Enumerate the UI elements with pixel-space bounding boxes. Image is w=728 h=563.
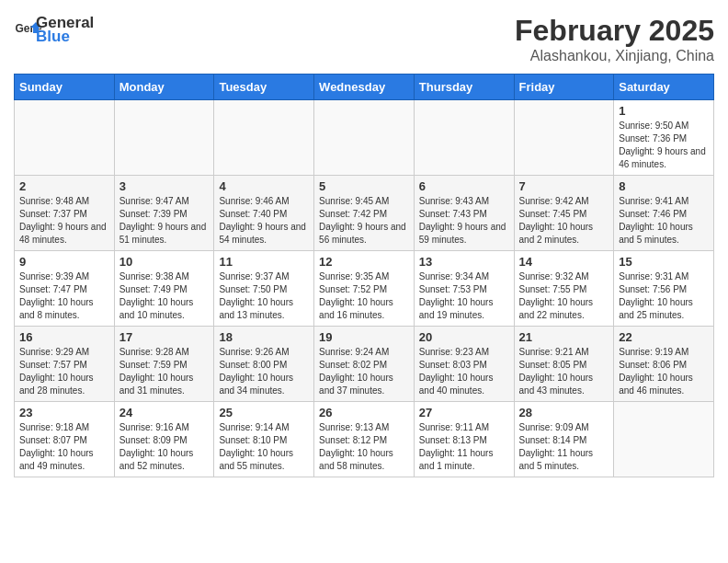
calendar-day: 1Sunrise: 9:50 AM Sunset: 7:36 PM Daylig… xyxy=(614,100,714,176)
calendar-day: 27Sunrise: 9:11 AM Sunset: 8:13 PM Dayli… xyxy=(414,402,514,477)
calendar-day: 17Sunrise: 9:28 AM Sunset: 7:59 PM Dayli… xyxy=(114,327,214,402)
day-info: Sunrise: 9:32 AM Sunset: 7:55 PM Dayligh… xyxy=(519,270,609,322)
weekday-header-wednesday: Wednesday xyxy=(314,75,415,100)
location: Alashankou, Xinjiang, China xyxy=(515,48,714,64)
calendar-day: 14Sunrise: 9:32 AM Sunset: 7:55 PM Dayli… xyxy=(514,251,614,327)
day-number: 23 xyxy=(19,406,109,419)
calendar-week-5: 23Sunrise: 9:18 AM Sunset: 8:07 PM Dayli… xyxy=(15,402,714,477)
calendar-day: 12Sunrise: 9:35 AM Sunset: 7:52 PM Dayli… xyxy=(314,251,415,327)
calendar-week-1: 1Sunrise: 9:50 AM Sunset: 7:36 PM Daylig… xyxy=(15,100,714,176)
day-info: Sunrise: 9:24 AM Sunset: 8:02 PM Dayligh… xyxy=(319,346,409,397)
calendar-table: SundayMondayTuesdayWednesdayThursdayFrid… xyxy=(14,74,714,477)
day-number: 25 xyxy=(219,406,309,419)
day-number: 20 xyxy=(419,330,509,344)
day-number: 14 xyxy=(519,255,609,269)
calendar-day xyxy=(114,100,214,176)
day-info: Sunrise: 9:43 AM Sunset: 7:43 PM Dayligh… xyxy=(419,195,509,247)
calendar-day: 15Sunrise: 9:31 AM Sunset: 7:56 PM Dayli… xyxy=(614,251,714,327)
calendar-week-3: 9Sunrise: 9:39 AM Sunset: 7:47 PM Daylig… xyxy=(15,251,714,327)
calendar-day: 16Sunrise: 9:29 AM Sunset: 7:57 PM Dayli… xyxy=(15,327,115,402)
day-number: 16 xyxy=(19,330,109,344)
calendar-day: 22Sunrise: 9:19 AM Sunset: 8:06 PM Dayli… xyxy=(614,327,714,402)
logo-blue: Blue xyxy=(36,28,94,46)
day-info: Sunrise: 9:38 AM Sunset: 7:49 PM Dayligh… xyxy=(119,270,210,322)
day-info: Sunrise: 9:14 AM Sunset: 8:10 PM Dayligh… xyxy=(219,421,309,473)
day-info: Sunrise: 9:23 AM Sunset: 8:03 PM Dayligh… xyxy=(419,346,509,397)
title-area: February 2025 Alashankou, Xinjiang, Chin… xyxy=(515,14,714,64)
day-number: 7 xyxy=(519,179,609,193)
calendar-day: 9Sunrise: 9:39 AM Sunset: 7:47 PM Daylig… xyxy=(15,251,115,327)
day-info: Sunrise: 9:18 AM Sunset: 8:07 PM Dayligh… xyxy=(19,421,109,473)
day-info: Sunrise: 9:16 AM Sunset: 8:09 PM Dayligh… xyxy=(119,421,210,473)
calendar-day: 28Sunrise: 9:09 AM Sunset: 8:14 PM Dayli… xyxy=(514,402,614,477)
calendar-day: 3Sunrise: 9:47 AM Sunset: 7:39 PM Daylig… xyxy=(114,176,214,251)
day-number: 24 xyxy=(119,406,210,419)
calendar-day xyxy=(314,100,415,176)
day-info: Sunrise: 9:48 AM Sunset: 7:37 PM Dayligh… xyxy=(19,195,109,247)
day-info: Sunrise: 9:29 AM Sunset: 7:57 PM Dayligh… xyxy=(19,346,109,397)
calendar-day: 19Sunrise: 9:24 AM Sunset: 8:02 PM Dayli… xyxy=(314,327,415,402)
day-number: 6 xyxy=(419,179,509,193)
calendar-day xyxy=(15,100,115,176)
month-year: February 2025 xyxy=(515,14,714,48)
calendar-day: 20Sunrise: 9:23 AM Sunset: 8:03 PM Dayli… xyxy=(414,327,514,402)
day-number: 28 xyxy=(519,406,609,419)
day-info: Sunrise: 9:13 AM Sunset: 8:12 PM Dayligh… xyxy=(319,421,409,473)
day-info: Sunrise: 9:31 AM Sunset: 7:56 PM Dayligh… xyxy=(619,270,709,322)
weekday-header-friday: Friday xyxy=(514,75,614,100)
logo: General General Blue xyxy=(14,14,94,46)
day-number: 22 xyxy=(619,330,709,344)
day-info: Sunrise: 9:34 AM Sunset: 7:53 PM Dayligh… xyxy=(419,270,509,322)
day-number: 19 xyxy=(319,330,409,344)
day-info: Sunrise: 9:50 AM Sunset: 7:36 PM Dayligh… xyxy=(619,120,709,171)
day-info: Sunrise: 9:42 AM Sunset: 7:45 PM Dayligh… xyxy=(519,195,609,247)
day-number: 3 xyxy=(119,179,210,193)
day-number: 1 xyxy=(619,104,709,118)
calendar-day xyxy=(214,100,314,176)
day-info: Sunrise: 9:21 AM Sunset: 8:05 PM Dayligh… xyxy=(519,346,609,397)
calendar-day: 26Sunrise: 9:13 AM Sunset: 8:12 PM Dayli… xyxy=(314,402,415,477)
calendar-day: 2Sunrise: 9:48 AM Sunset: 7:37 PM Daylig… xyxy=(15,176,115,251)
day-number: 9 xyxy=(19,255,109,269)
day-info: Sunrise: 9:28 AM Sunset: 7:59 PM Dayligh… xyxy=(119,346,210,397)
day-info: Sunrise: 9:39 AM Sunset: 7:47 PM Dayligh… xyxy=(19,270,109,322)
day-info: Sunrise: 9:35 AM Sunset: 7:52 PM Dayligh… xyxy=(319,270,409,322)
day-info: Sunrise: 9:37 AM Sunset: 7:50 PM Dayligh… xyxy=(219,270,309,322)
day-number: 26 xyxy=(319,406,409,419)
day-info: Sunrise: 9:19 AM Sunset: 8:06 PM Dayligh… xyxy=(619,346,709,397)
day-info: Sunrise: 9:47 AM Sunset: 7:39 PM Dayligh… xyxy=(119,195,210,247)
calendar-day: 10Sunrise: 9:38 AM Sunset: 7:49 PM Dayli… xyxy=(114,251,214,327)
calendar-day xyxy=(514,100,614,176)
day-number: 4 xyxy=(219,179,309,193)
day-number: 13 xyxy=(419,255,509,269)
weekday-header-sunday: Sunday xyxy=(15,75,115,100)
calendar-day: 13Sunrise: 9:34 AM Sunset: 7:53 PM Dayli… xyxy=(414,251,514,327)
calendar-day xyxy=(414,100,514,176)
calendar-day: 25Sunrise: 9:14 AM Sunset: 8:10 PM Dayli… xyxy=(214,402,314,477)
day-number: 2 xyxy=(19,179,109,193)
weekday-header-saturday: Saturday xyxy=(614,75,714,100)
day-info: Sunrise: 9:41 AM Sunset: 7:46 PM Dayligh… xyxy=(619,195,709,247)
calendar-day: 23Sunrise: 9:18 AM Sunset: 8:07 PM Dayli… xyxy=(15,402,115,477)
day-info: Sunrise: 9:45 AM Sunset: 7:42 PM Dayligh… xyxy=(319,195,409,247)
day-number: 15 xyxy=(619,255,709,269)
day-info: Sunrise: 9:26 AM Sunset: 8:00 PM Dayligh… xyxy=(219,346,309,397)
calendar-day: 21Sunrise: 9:21 AM Sunset: 8:05 PM Dayli… xyxy=(514,327,614,402)
day-number: 27 xyxy=(419,406,509,419)
day-number: 21 xyxy=(519,330,609,344)
day-number: 5 xyxy=(319,179,409,193)
calendar-day: 6Sunrise: 9:43 AM Sunset: 7:43 PM Daylig… xyxy=(414,176,514,251)
calendar-day xyxy=(614,402,714,477)
calendar-day: 24Sunrise: 9:16 AM Sunset: 8:09 PM Dayli… xyxy=(114,402,214,477)
day-number: 12 xyxy=(319,255,409,269)
calendar-day: 18Sunrise: 9:26 AM Sunset: 8:00 PM Dayli… xyxy=(214,327,314,402)
day-info: Sunrise: 9:09 AM Sunset: 8:14 PM Dayligh… xyxy=(519,421,609,473)
calendar-day: 11Sunrise: 9:37 AM Sunset: 7:50 PM Dayli… xyxy=(214,251,314,327)
page-header: General General Blue February 2025 Alash… xyxy=(14,14,714,64)
day-number: 17 xyxy=(119,330,210,344)
day-number: 8 xyxy=(619,179,709,193)
day-number: 11 xyxy=(219,255,309,269)
weekday-header-tuesday: Tuesday xyxy=(214,75,314,100)
calendar-day: 8Sunrise: 9:41 AM Sunset: 7:46 PM Daylig… xyxy=(614,176,714,251)
calendar-week-4: 16Sunrise: 9:29 AM Sunset: 7:57 PM Dayli… xyxy=(15,327,714,402)
